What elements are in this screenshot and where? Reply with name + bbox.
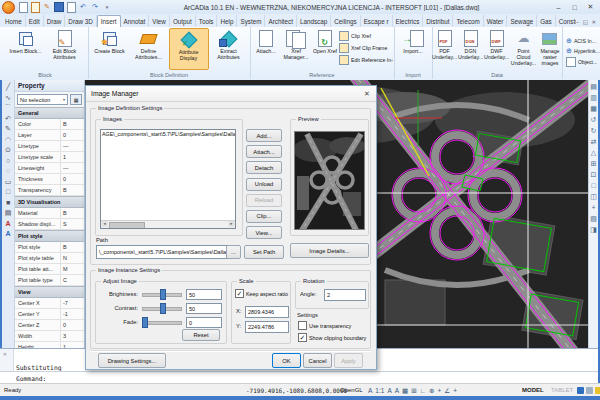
modify-tool-icon[interactable]: ◨ — [590, 226, 597, 233]
image-list-action-button[interactable]: Unload — [246, 178, 282, 191]
property-value[interactable]: — — [61, 163, 84, 173]
hyperlink-button[interactable]: ⊕ Hyperlink... — [566, 47, 600, 55]
menu-tab[interactable]: View — [149, 15, 170, 27]
insert-block-button[interactable]: Insert Block... — [7, 28, 45, 70]
brightness-slider[interactable] — [142, 289, 182, 298]
minimize-button[interactable]: – — [551, 2, 566, 13]
status-toggle-icon[interactable]: A — [387, 387, 391, 394]
property-value[interactable]: 3 — [61, 331, 84, 341]
draw-tool-icon[interactable]: ▭ — [5, 178, 12, 185]
menu-tab[interactable]: Constru — [556, 15, 576, 27]
angle-field[interactable]: 2 — [324, 289, 366, 301]
scale-y-field[interactable]: 2249.4786 — [245, 321, 289, 333]
status-toggle-icon[interactable]: A — [395, 387, 399, 394]
modify-tool-icon[interactable]: ▦ — [590, 105, 597, 112]
status-toggle-icon[interactable]: ∟ — [420, 387, 426, 394]
draw-tool-icon[interactable]: ∿ — [5, 94, 11, 101]
image-list-action-button[interactable]: Detach — [246, 161, 282, 174]
gear-icon[interactable] — [577, 387, 584, 394]
quick-select-button[interactable]: ▦ — [70, 94, 82, 105]
modify-tool-icon[interactable]: ▤ — [590, 83, 597, 90]
drawing-settings-button[interactable]: Drawing Settings... — [98, 353, 166, 368]
open-document-icon[interactable] — [30, 2, 40, 12]
contrast-slider[interactable] — [142, 303, 182, 312]
attribute-display-button[interactable]: ✓ Attribute Display — [169, 28, 209, 70]
maximize-button[interactable]: □ — [567, 2, 582, 13]
draw-tool-icon[interactable]: ◌ — [6, 167, 10, 174]
dgn-underlay-button[interactable]: DGN DGN Underlay... — [458, 28, 483, 70]
menu-tab[interactable]: Help — [217, 15, 237, 27]
section-plot-style[interactable]: Plot style — [15, 230, 84, 242]
modify-tool-icon[interactable]: + — [591, 204, 595, 211]
save-icon[interactable] — [54, 2, 64, 12]
property-value[interactable]: B — [61, 185, 84, 195]
open-xref-button[interactable]: ↻ Open Xref — [312, 28, 338, 70]
menu-tab[interactable]: Draw — [44, 15, 66, 27]
property-value[interactable]: M — [61, 264, 84, 274]
use-transparency-checkbox[interactable]: Use transparency — [298, 321, 351, 330]
image-list-action-button[interactable]: Attach... — [246, 145, 282, 158]
document-window-controls[interactable]: – ◱ ✕ — [576, 19, 597, 25]
scale-x-field[interactable]: 2809.4346 — [245, 306, 289, 318]
import-button[interactable]: → Import... — [396, 28, 430, 70]
create-block-button[interactable]: ✱ Create Block — [91, 28, 129, 70]
mail-icon[interactable] — [595, 387, 600, 394]
status-toggle-icon[interactable]: ⊕ — [429, 387, 434, 395]
menu-tab[interactable]: Telecom — [453, 15, 483, 27]
status-toggle-icon[interactable]: ∠ — [444, 387, 450, 395]
fade-field[interactable]: 0 — [186, 317, 222, 328]
property-value[interactable]: — — [61, 141, 84, 151]
menu-tab[interactable]: Electrics — [393, 15, 424, 27]
apply-button[interactable]: Apply — [334, 353, 363, 368]
image-list[interactable]: AGE\_components\_start\5.7\PL\Samples\Sa… — [100, 129, 236, 229]
modify-tool-icon[interactable]: ◫ — [590, 193, 597, 200]
show-clipping-boundary-checkbox[interactable]: ✓ Show clipping boundary — [298, 333, 366, 342]
reset-button[interactable]: Reset — [182, 329, 220, 341]
section-view[interactable]: View — [15, 286, 84, 298]
menu-tab[interactable]: Landscap — [297, 15, 331, 27]
extract-attributes-button[interactable]: Extract Attributes — [210, 28, 248, 70]
xref-manager-button[interactable]: Xref Manager... — [281, 28, 311, 70]
status-toggle-icon[interactable]: A — [368, 387, 372, 394]
status-toggle-icon[interactable]: ⊞ — [411, 387, 416, 395]
modify-tool-icon[interactable]: ⇄ — [591, 138, 597, 145]
new-document-icon[interactable] — [18, 2, 28, 12]
cancel-button[interactable]: Cancel — [303, 353, 332, 368]
selection-dropdown[interactable]: No selection ▾ — [17, 94, 68, 105]
model-space-toggle[interactable]: MODEL — [522, 387, 544, 393]
draw-tool-icon[interactable]: A — [5, 220, 10, 227]
object-button[interactable]: Object... — [566, 57, 597, 67]
menu-tab[interactable]: Distribut — [423, 15, 453, 27]
ok-button[interactable]: OK — [272, 353, 301, 368]
section-3d-visualisation[interactable]: 3D Visualisation — [15, 196, 84, 208]
plotter-icon[interactable] — [586, 387, 593, 394]
browse-button[interactable]: ... — [226, 245, 241, 259]
property-value[interactable]: 0 — [61, 320, 84, 330]
horizontal-scrollbar[interactable]: ◄ ► — [101, 220, 235, 228]
qat-dropdown-icon[interactable]: ▾ — [102, 2, 112, 12]
dialog-title-bar[interactable]: Image Manager — [86, 86, 376, 102]
dwf-underlay-button[interactable]: DWF DWF Underlay... — [484, 28, 509, 70]
menu-tab[interactable]: Annotat — [121, 15, 150, 27]
set-path-button[interactable]: Set Path — [244, 245, 284, 259]
modify-tool-icon[interactable]: ↺ — [591, 116, 597, 123]
image-list-action-button[interactable]: Clip... — [246, 210, 282, 223]
acis-in-button[interactable]: ⊕ ACIS In... — [566, 37, 596, 45]
property-value[interactable]: 0 — [61, 174, 84, 184]
status-toggle-icon[interactable]: ▦ — [402, 387, 408, 395]
property-value[interactable]: S — [61, 219, 84, 229]
modify-tool-icon[interactable]: △ — [591, 149, 596, 156]
scroll-left-icon[interactable]: ◄ — [101, 221, 108, 227]
reference-small-button[interactable]: Clip Xref — [339, 31, 393, 41]
dialog-close-icon[interactable]: ✕ — [360, 88, 374, 99]
draw-tool-icon[interactable]: □ — [6, 188, 10, 195]
reference-small-button[interactable]: Xref Clip Frame — [339, 43, 393, 53]
modify-tool-icon[interactable]: ⊡ — [591, 171, 597, 178]
reference-small-button[interactable]: Edit Reference In-Place — [339, 55, 393, 65]
image-list-action-button[interactable]: Reload — [246, 194, 282, 207]
property-value[interactable]: B — [61, 242, 84, 252]
keep-aspect-ratio-checkbox[interactable]: ✓ Keep aspect ratio — [235, 289, 288, 298]
status-toggle-icon[interactable]: + — [453, 387, 457, 394]
menu-tab[interactable]: Output — [170, 15, 196, 27]
property-value[interactable]: B — [61, 208, 84, 218]
